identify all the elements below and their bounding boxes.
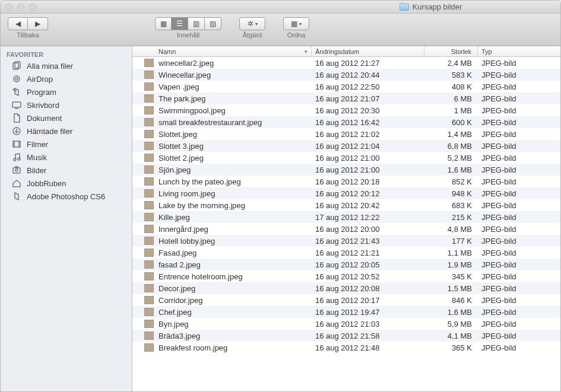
file-size: 6,8 MB: [424, 142, 478, 151]
sidebar-item[interactable]: Adobe Photoshop CS6: [1, 190, 132, 203]
file-date: 16 aug 2012 20:44: [312, 71, 424, 79]
file-thumbnail-icon: [144, 225, 154, 233]
table-row[interactable]: Chef.jpeg16 aug 2012 19:471,6 MBJPEG-bil…: [132, 306, 560, 318]
table-row[interactable]: Decor.jpeg16 aug 2012 20:081,5 MBJPEG-bi…: [132, 282, 560, 294]
window-title-text: Kursapp bilder: [413, 2, 462, 11]
view-columns-button[interactable]: ▥: [188, 17, 205, 30]
action-button[interactable]: ✲ ▾: [239, 17, 265, 30]
sidebar-item[interactable]: Skrivbord: [1, 98, 132, 111]
file-type: JPEG-bild: [478, 343, 560, 352]
table-row[interactable]: winecellar2.jpeg16 aug 2012 21:272,4 MBJ…: [132, 57, 560, 69]
sidebar-item[interactable]: JobbRuben: [1, 177, 132, 190]
file-thumbnail-icon: [144, 343, 154, 352]
view-list-button[interactable]: ☰: [172, 17, 188, 30]
table-row[interactable]: Winecellar.jpeg16 aug 2012 20:44583 KJPE…: [132, 69, 560, 81]
file-list[interactable]: winecellar2.jpeg16 aug 2012 21:272,4 MBJ…: [132, 57, 560, 391]
file-date: 16 aug 2012 19:47: [312, 308, 424, 317]
table-row[interactable]: Bräda3.jpeg16 aug 2012 21:584,1 MBJPEG-b…: [132, 330, 560, 342]
sidebar-item[interactable]: Filmer: [1, 138, 132, 151]
sidebar-item-label: Adobe Photoshop CS6: [27, 192, 105, 201]
file-type: JPEG-bild: [478, 71, 560, 79]
file-name: Corridor.jpeg: [159, 296, 202, 305]
file-name: Chef.jpeg: [159, 308, 192, 317]
chevron-left-icon: ◀: [15, 20, 21, 28]
column-headers: Namn ▾ Ändringsdatum Storlek Typ: [132, 46, 560, 57]
sidebar-item[interactable]: Program: [1, 85, 132, 98]
file-size: 177 K: [424, 237, 478, 246]
table-row[interactable]: Lunch by the pateo.jpeg16 aug 2012 20:18…: [132, 176, 560, 187]
file-date: 16 aug 2012 16:42: [312, 118, 424, 127]
close-icon[interactable]: [5, 4, 12, 11]
sidebar-item[interactable]: Bilder: [1, 164, 132, 177]
table-row[interactable]: Innergård.jpeg16 aug 2012 20:004,8 MBJPE…: [132, 223, 560, 235]
file-size: 1,6 MB: [424, 165, 478, 174]
svg-point-3: [15, 78, 18, 80]
sidebar-item[interactable]: Alla mina filer: [1, 59, 132, 72]
sidebar-item[interactable]: Hämtade filer: [1, 125, 132, 138]
file-thumbnail-icon: [144, 284, 154, 292]
file-thumbnail-icon: [144, 59, 154, 67]
minimize-icon[interactable]: [17, 4, 24, 11]
chevron-down-icon: ▾: [299, 21, 302, 27]
table-row[interactable]: Swimmingpool.jpeg16 aug 2012 20:301 MBJP…: [132, 104, 560, 116]
file-name: Sjön.jpeg: [159, 165, 191, 174]
view-icons-button[interactable]: ▦: [155, 17, 172, 30]
file-type: JPEG-bild: [478, 272, 560, 281]
table-row[interactable]: Corridor.jpeg16 aug 2012 20:17846 KJPEG-…: [132, 294, 560, 306]
sidebar-item-label: Skrivbord: [27, 101, 59, 110]
table-row[interactable]: Fasad.jpeg16 aug 2012 21:211,1 MBJPEG-bi…: [132, 247, 560, 259]
table-row[interactable]: Vapen .jpeg16 aug 2012 22:50408 KJPEG-bi…: [132, 81, 560, 93]
file-size: 4,1 MB: [424, 332, 478, 340]
table-row[interactable]: Kille.jpeg17 aug 2012 12:22215 KJPEG-bil…: [132, 211, 560, 223]
sidebar-item[interactable]: Dokument: [1, 111, 132, 125]
table-row[interactable]: Byn.jpeg16 aug 2012 21:035,9 MBJPEG-bild: [132, 318, 560, 330]
file-type: JPEG-bild: [478, 248, 560, 257]
arrange-button[interactable]: ▦ ▾: [283, 17, 309, 30]
table-row[interactable]: fasad 2.jpeg16 aug 2012 20:051,9 MBJPEG-…: [132, 259, 560, 270]
table-row[interactable]: Slottet 3.jpeg16 aug 2012 21:046,8 MBJPE…: [132, 140, 560, 152]
table-row[interactable]: Lake by the morning.jpeg16 aug 2012 20:4…: [132, 199, 560, 211]
list-icon: ☰: [176, 20, 183, 28]
file-size: 683 K: [424, 201, 478, 210]
file-thumbnail-icon: [144, 71, 154, 79]
window-title: Kursapp bilder: [400, 2, 462, 11]
file-name: Vapen .jpeg: [159, 82, 199, 91]
zoom-icon[interactable]: [29, 4, 36, 11]
table-row[interactable]: Entrence hotelroom.jpeg16 aug 2012 20:52…: [132, 270, 560, 282]
column-header-name[interactable]: Namn ▾: [132, 46, 312, 56]
file-date: 16 aug 2012 20:18: [312, 177, 424, 186]
column-header-type[interactable]: Typ: [478, 46, 560, 56]
file-date: 16 aug 2012 21:00: [312, 165, 424, 174]
file-type: JPEG-bild: [478, 308, 560, 317]
file-thumbnail-icon: [144, 201, 154, 209]
titlebar: Kursapp bilder: [1, 1, 560, 14]
file-size: 846 K: [424, 296, 478, 305]
airdrop-icon: [11, 74, 22, 84]
sidebar-item[interactable]: AirDrop: [1, 72, 132, 85]
sidebar-item-label: Hämtade filer: [27, 127, 72, 136]
file-thumbnail-icon: [144, 320, 154, 328]
table-row[interactable]: The park.jpeg16 aug 2012 21:076 MBJPEG-b…: [132, 93, 560, 104]
chevron-right-icon: ▶: [35, 20, 40, 28]
file-thumbnail-icon: [144, 118, 154, 126]
table-row[interactable]: Slottet 2.jpeg16 aug 2012 21:005,2 MBJPE…: [132, 152, 560, 164]
table-row[interactable]: Hotell lobby.jpeg16 aug 2012 21:43177 KJ…: [132, 235, 560, 247]
arrange-label: Ordna: [287, 31, 306, 39]
table-row[interactable]: small breakfestrestaurant.jpeg16 aug 201…: [132, 116, 560, 128]
table-row[interactable]: Sjön.jpeg16 aug 2012 21:001,6 MBJPEG-bil…: [132, 164, 560, 176]
back-button[interactable]: ◀: [8, 17, 28, 30]
file-name: winecellar2.jpeg: [159, 59, 214, 68]
file-type: JPEG-bild: [478, 82, 560, 91]
file-name: Innergård.jpeg: [159, 225, 208, 234]
table-row[interactable]: Living room.jpeg16 aug 2012 20:12948 KJP…: [132, 187, 560, 199]
sidebar-item[interactable]: Musik: [1, 151, 132, 164]
column-header-size[interactable]: Storlek: [424, 46, 478, 56]
view-coverflow-button[interactable]: ▤: [205, 17, 221, 30]
table-row[interactable]: Breakfest room.jpeg16 aug 2012 21:48365 …: [132, 342, 560, 353]
svg-rect-4: [12, 102, 21, 107]
column-header-date[interactable]: Ändringsdatum: [312, 46, 424, 56]
content-pane: Namn ▾ Ändringsdatum Storlek Typ winecel…: [132, 46, 560, 391]
table-row[interactable]: Slottet.jpeg16 aug 2012 21:021,4 MBJPEG-…: [132, 128, 560, 140]
forward-button[interactable]: ▶: [28, 17, 48, 30]
file-thumbnail-icon: [144, 213, 154, 221]
